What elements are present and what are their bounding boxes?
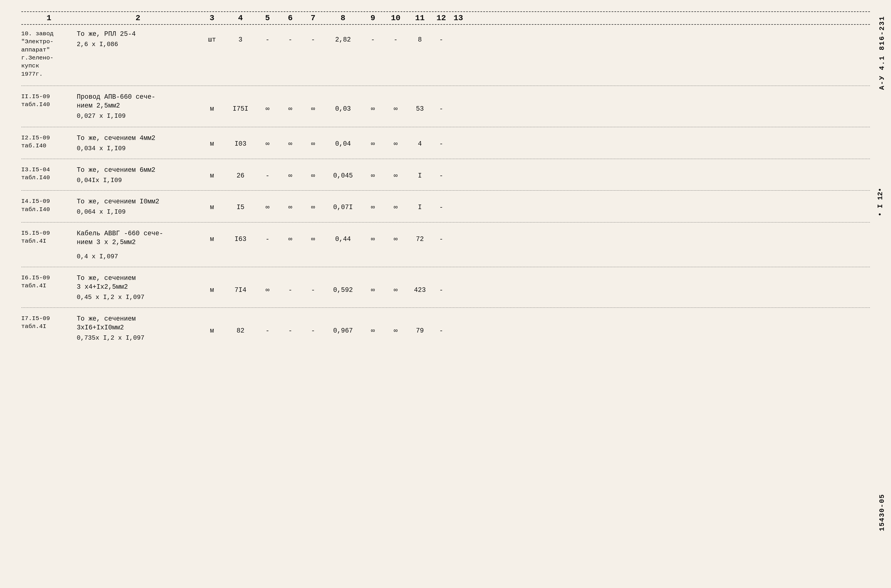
table-row-15: I5.I5-09 табл.4I Кабель АВВГ -660 сече- … <box>21 226 870 261</box>
table-row-16: I6.I5-09 табл.4I То же, сечением 3 x4+Ix… <box>21 270 870 302</box>
row-11-col9: ∞ <box>362 93 384 121</box>
row-13-col7: ∞ <box>302 166 325 185</box>
row-12-col10: ∞ <box>384 134 407 153</box>
table-wrapper: 1 2 3 4 5 6 7 8 9 10 11 12 13 10. завод … <box>21 11 870 342</box>
row-14-col11: I <box>407 197 433 216</box>
row-14-col2: То же, сечением I0мм2 0,064 x I,I09 <box>77 197 199 216</box>
row-15-col4: I63 <box>225 229 256 261</box>
row-12-col1: I2.I5-09 таб.I40 <box>21 134 77 153</box>
row-11-col7: ∞ <box>302 93 325 121</box>
row-17-desc1: То же, сечением <box>77 315 199 324</box>
row-11-col10: ∞ <box>384 93 407 121</box>
row-11-formula: 0,027 x I,I09 <box>77 112 199 121</box>
row-14-col1: I4.I5-09 табл.I40 <box>21 197 77 216</box>
row-16-col1: I6.I5-09 табл.4I <box>21 274 77 302</box>
row-11-col11: 53 <box>407 93 433 121</box>
row-17-col11: 79 <box>407 315 433 342</box>
row-13-col4: 26 <box>225 166 256 185</box>
row-17-formula: 0,735x I,2 x I,097 <box>77 334 199 342</box>
row-13-col5: - <box>256 166 279 185</box>
row-17-col3: м <box>199 315 225 342</box>
row-10-col10: - <box>384 30 407 78</box>
col-header-7: 7 <box>302 14 325 22</box>
row-15-col2: Кабель АВВГ -660 сече- нием 3 x 2,5мм2 0… <box>77 229 199 261</box>
row-15-desc1: Кабель АВВГ -660 сече- <box>77 229 199 238</box>
row-12-col7: ∞ <box>302 134 325 153</box>
row-12-col3: м <box>199 134 225 153</box>
row-11-col12: - <box>433 93 450 121</box>
row-10-desc1: То же, РПЛ 25-4 <box>77 30 199 39</box>
separator-13 <box>21 190 870 190</box>
row-13-col8: 0,045 <box>325 166 362 185</box>
row-16-col6: - <box>279 274 302 302</box>
row-14-col5: ∞ <box>256 197 279 216</box>
page: 1 2 3 4 5 6 7 8 9 10 11 12 13 10. завод … <box>0 0 891 588</box>
separator-10 <box>21 86 870 86</box>
row-11-col2: Провод АПВ-660 сече- нием 2,5мм2 0,027 x… <box>77 93 199 121</box>
row-10-col8: 2,82 <box>325 30 362 78</box>
row-16-col5: ∞ <box>256 274 279 302</box>
row-15-col6: ∞ <box>279 229 302 261</box>
col-header-3: 3 <box>199 14 225 22</box>
row-14-col10: ∞ <box>384 197 407 216</box>
separator-16 <box>21 308 870 308</box>
col-header-11: 11 <box>407 14 433 22</box>
row-12-col4: I03 <box>225 134 256 153</box>
col-header-1: 1 <box>21 14 77 22</box>
row-11-desc1: Провод АПВ-660 сече- <box>77 93 199 102</box>
row-12-formula: 0,034 x I,I09 <box>77 144 199 153</box>
col-header-9: 9 <box>362 14 384 22</box>
row-13-col10: ∞ <box>384 166 407 185</box>
row-13-col9: ∞ <box>362 166 384 185</box>
row-16-col12: - <box>433 274 450 302</box>
row-14-col8: 0,07I <box>325 197 362 216</box>
col-header-6: 6 <box>279 14 302 22</box>
row-12-col5: ∞ <box>256 134 279 153</box>
table-row-14: I4.I5-09 табл.I40 То же, сечением I0мм2 … <box>21 194 870 216</box>
row-12-col9: ∞ <box>362 134 384 153</box>
col-header-8: 8 <box>325 14 362 22</box>
row-11-col4: I75I <box>225 93 256 121</box>
table-row-17: I7.I5-09 табл.4I То же, сечением 3xI6+Ix… <box>21 311 870 342</box>
row-12-desc1: То же, сечением 4мм2 <box>77 134 199 143</box>
row-14-col4: I5 <box>225 197 256 216</box>
col-header-2: 2 <box>77 14 199 22</box>
row-15-col5: - <box>256 229 279 261</box>
row-13-formula: 0,04Ix I,I09 <box>77 176 199 185</box>
row-16-desc2: 3 x4+Ix2,5мм2 <box>77 283 199 292</box>
row-15-col8: 0,44 <box>325 229 362 261</box>
row-13-desc1: То же, сечением 6мм2 <box>77 166 199 175</box>
row-10-col12: - <box>433 30 450 78</box>
row-16-col8: 0,592 <box>325 274 362 302</box>
row-11-col8: 0,03 <box>325 93 362 121</box>
row-16-col9: ∞ <box>362 274 384 302</box>
separator-11 <box>21 127 870 127</box>
row-11-col3: м <box>199 93 225 121</box>
row-14-col6: ∞ <box>279 197 302 216</box>
row-15-col12: - <box>433 229 450 261</box>
row-15-desc2: нием 3 x 2,5мм2 <box>77 238 199 247</box>
row-17-col12: - <box>433 315 450 342</box>
row-13-col6: ∞ <box>279 166 302 185</box>
row-16-formula: 0,45 x I,2 x I,097 <box>77 293 199 302</box>
row-14-col12: - <box>433 197 450 216</box>
row-12-col11: 4 <box>407 134 433 153</box>
right-annotation-mid: • I 12• <box>876 188 884 216</box>
row-17-col6: - <box>279 315 302 342</box>
row-17-desc2: 3xI6+IxI0мм2 <box>77 324 199 332</box>
separator-14 <box>21 222 870 222</box>
row-11-col1: II.I5-09 табл.I40 <box>21 93 77 121</box>
row-11-col5: ∞ <box>256 93 279 121</box>
separator-12 <box>21 159 870 159</box>
table-row-11: II.I5-09 табл.I40 Провод АПВ-660 сече- н… <box>21 89 870 121</box>
row-10-col2: То же, РПЛ 25-4 2,6 x I,086 <box>77 30 199 78</box>
row-10-col9: - <box>362 30 384 78</box>
row-16-col7: - <box>302 274 325 302</box>
row-10-col5: - <box>256 30 279 78</box>
row-15-col9: ∞ <box>362 229 384 261</box>
col-header-10: 10 <box>384 14 407 22</box>
row-11-desc2: нием 2,5мм2 <box>77 102 199 110</box>
row-17-col8: 0,967 <box>325 315 362 342</box>
row-17-col9: ∞ <box>362 315 384 342</box>
row-17-col10: ∞ <box>384 315 407 342</box>
